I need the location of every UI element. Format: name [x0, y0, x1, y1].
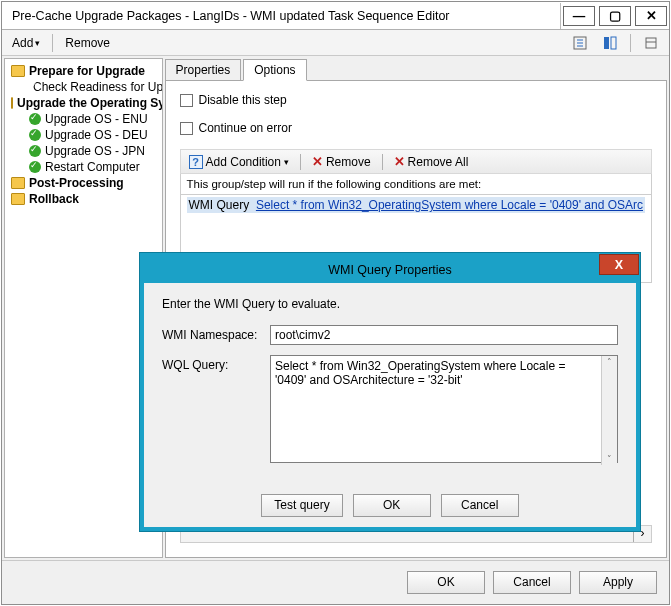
tool-icon-2[interactable] — [596, 33, 624, 53]
tree-node-restart[interactable]: Restart Computer — [7, 159, 160, 175]
check-icon — [29, 161, 41, 173]
add-menu[interactable]: Add ▾ — [6, 34, 46, 52]
scroll-up-icon[interactable]: ˄ — [606, 356, 613, 368]
check-icon — [29, 129, 41, 141]
tab-label: Properties — [176, 63, 231, 77]
namespace-label: WMI Namespace: — [162, 325, 270, 342]
tree-label: Upgrade OS - JPN — [45, 144, 145, 158]
x-icon: ✕ — [394, 154, 405, 169]
tree-node-upgrade-os-group[interactable]: Upgrade the Operating System — [7, 95, 160, 111]
query-label: WQL Query: — [162, 355, 270, 372]
scroll-down-icon[interactable]: ˅ — [606, 453, 613, 465]
svg-rect-2 — [611, 37, 616, 49]
window-title: Pre-Cache Upgrade Packages - LangIDs - W… — [12, 9, 450, 23]
task-sequence-tree[interactable]: Prepare for Upgrade Check Readiness for … — [4, 58, 163, 558]
dialog-close-button[interactable]: X — [599, 254, 639, 275]
disable-label: Disable this step — [199, 93, 287, 107]
remove-all-button[interactable]: ✕ Remove All — [390, 152, 473, 171]
folder-icon — [11, 177, 25, 189]
remove-condition-button[interactable]: ✕ Remove — [308, 152, 375, 171]
question-icon: ? — [189, 155, 203, 169]
tree-node-upgrade-enu[interactable]: Upgrade OS - ENU — [7, 111, 160, 127]
query-row: WQL Query: ˄˅ — [162, 355, 618, 466]
dialog-ok-button[interactable]: OK — [353, 494, 431, 517]
check-icon — [29, 113, 41, 125]
maximize-button[interactable]: ▢ — [599, 6, 631, 26]
add-label: Add — [12, 36, 33, 50]
add-condition-label: Add Condition — [206, 155, 281, 169]
checkbox-icon[interactable] — [180, 94, 193, 107]
folder-icon — [11, 65, 25, 77]
ok-label: OK — [437, 575, 454, 589]
tree-label: Check Readiness for Upgrade — [33, 80, 163, 94]
dialog-body: Enter the WMI Query to evaluate. WMI Nam… — [144, 283, 636, 488]
apply-label: Apply — [603, 575, 633, 589]
separator — [382, 154, 383, 170]
condition-entry[interactable]: WMI Query Select * from Win32_OperatingS… — [187, 197, 645, 213]
minimize-button[interactable]: — — [563, 6, 595, 26]
remove-all-label: Remove All — [408, 155, 469, 169]
remove-cond-label: Remove — [326, 155, 371, 169]
ok-label: OK — [383, 498, 400, 512]
tree-label: Upgrade the Operating System — [17, 96, 163, 110]
footer-buttons: OK Cancel Apply — [2, 560, 669, 604]
cancel-label: Cancel — [513, 575, 550, 589]
add-condition-button[interactable]: ? Add Condition ▾ — [185, 153, 293, 171]
tree-node-rollback[interactable]: Rollback — [7, 191, 160, 207]
tree-node-upgrade-deu[interactable]: Upgrade OS - DEU — [7, 127, 160, 143]
tree-label: Rollback — [29, 192, 79, 206]
separator — [630, 34, 631, 52]
tool-icon-3[interactable] — [637, 33, 665, 53]
tab-properties[interactable]: Properties — [165, 59, 242, 81]
dialog-buttons: Test query OK Cancel — [144, 488, 636, 527]
condition-toolbar: ? Add Condition ▾ ✕ Remove ✕ Remove All — [180, 149, 652, 174]
tab-label: Options — [254, 63, 295, 77]
tree-node-upgrade-jpn[interactable]: Upgrade OS - JPN — [7, 143, 160, 159]
tree-label: Upgrade OS - DEU — [45, 128, 148, 142]
cancel-button[interactable]: Cancel — [493, 571, 571, 594]
textarea-scrollbar[interactable]: ˄˅ — [601, 356, 617, 465]
x-icon: ✕ — [312, 154, 323, 169]
cond-prefix: WMI Query — [189, 198, 250, 212]
wmi-query-dialog: WMI Query Properties X Enter the WMI Que… — [140, 253, 640, 531]
chevron-down-icon: ▾ — [35, 38, 40, 48]
tree-node-prepare[interactable]: Prepare for Upgrade — [7, 63, 160, 79]
continue-row[interactable]: Continue on error — [180, 121, 652, 135]
title-bar: Pre-Cache Upgrade Packages - LangIDs - W… — [2, 2, 669, 30]
test-query-button[interactable]: Test query — [261, 494, 342, 517]
disable-row[interactable]: Disable this step — [180, 93, 652, 107]
apply-button[interactable]: Apply — [579, 571, 657, 594]
window-controls: — ▢ ✕ — [560, 3, 669, 29]
chevron-down-icon: ▾ — [284, 157, 289, 167]
folder-icon — [11, 97, 13, 109]
folder-icon — [11, 193, 25, 205]
tree-label: Prepare for Upgrade — [29, 64, 145, 78]
checkbox-icon[interactable] — [180, 122, 193, 135]
separator — [300, 154, 301, 170]
dialog-cancel-button[interactable]: Cancel — [441, 494, 519, 517]
tree-label: Post-Processing — [29, 176, 124, 190]
tab-strip: Properties Options — [165, 58, 667, 80]
tree-label: Upgrade OS - ENU — [45, 112, 148, 126]
close-button[interactable]: ✕ — [635, 6, 667, 26]
dialog-titlebar: WMI Query Properties X — [144, 257, 636, 283]
tree-node-check-readiness[interactable]: Check Readiness for Upgrade — [7, 79, 160, 95]
continue-label: Continue on error — [199, 121, 292, 135]
tab-options[interactable]: Options — [243, 59, 306, 81]
test-label: Test query — [274, 498, 329, 512]
condition-description: This group/step will run if the followin… — [180, 174, 652, 195]
query-textarea[interactable] — [270, 355, 618, 463]
remove-label: Remove — [65, 36, 110, 50]
tool-icon-1[interactable] — [566, 33, 594, 53]
dialog-intro: Enter the WMI Query to evaluate. — [162, 297, 618, 311]
cond-link[interactable]: Select * from Win32_OperatingSystem wher… — [256, 198, 643, 212]
namespace-row: WMI Namespace: — [162, 325, 618, 345]
namespace-input[interactable] — [270, 325, 618, 345]
ok-button[interactable]: OK — [407, 571, 485, 594]
check-icon — [29, 145, 41, 157]
toolbar: Add ▾ Remove — [2, 30, 669, 56]
remove-button[interactable]: Remove — [59, 34, 116, 52]
svg-rect-3 — [646, 38, 656, 48]
tree-node-post-processing[interactable]: Post-Processing — [7, 175, 160, 191]
separator — [52, 34, 53, 52]
